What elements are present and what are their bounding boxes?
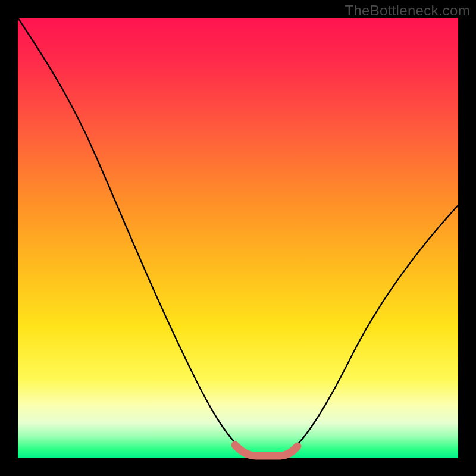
curve-layer (18, 18, 458, 458)
watermark-text: TheBottleneck.com (345, 2, 470, 19)
plot-area (18, 18, 458, 458)
bottleneck-curve (18, 18, 458, 455)
bottom-highlight (235, 445, 298, 456)
chart-frame: TheBottleneck.com (0, 0, 476, 476)
